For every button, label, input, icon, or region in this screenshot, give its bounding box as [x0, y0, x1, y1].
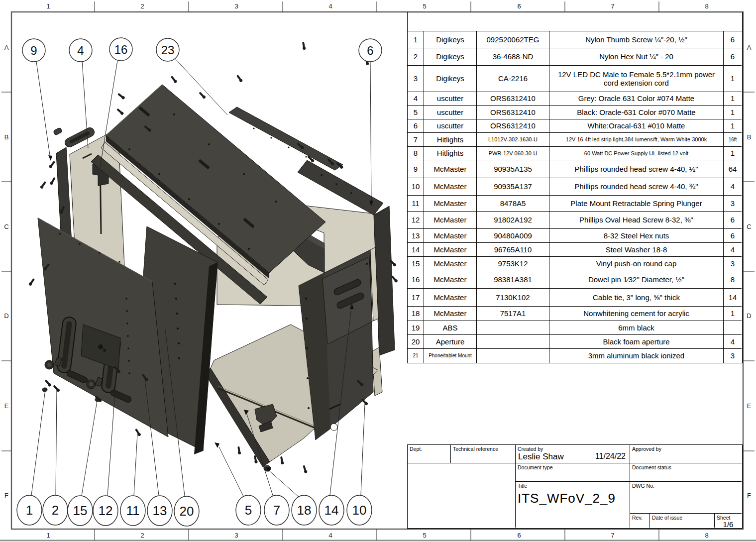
- empty-cell: [408, 463, 516, 528]
- approved-by-cell: Approved by: [630, 445, 742, 463]
- drawing-title: ITS_WFoV_2_9: [516, 490, 630, 507]
- bom-row: 13McMaster90480A0098-32 Steel Hex nuts6: [408, 229, 742, 243]
- bom-cell: Nylon Thumb Screw ¼"-20, ½": [549, 31, 724, 48]
- grid-row-label: A: [747, 44, 752, 51]
- grid-col-label: 1: [46, 532, 50, 539]
- doc-status-cell: Document status: [630, 463, 742, 482]
- grid-col-label: 4: [328, 532, 332, 539]
- bom-row: 21Phone/tablet Mount3mm aluminum black i…: [408, 349, 742, 363]
- drawing-sheet: 1 2 3 4 5 6 7 8 1 2 3 4 5 6 7 8 A B C D …: [0, 0, 756, 542]
- rev-cell: Rev.: [630, 514, 650, 528]
- grid-col-label: 8: [705, 2, 708, 10]
- top-cover-plate: [106, 85, 325, 279]
- grid-col-label: 7: [611, 532, 614, 539]
- bom-row: 4uscutterORS6312410Grey: Oracle 631 Colo…: [408, 92, 742, 106]
- title-cell: Title ITS_WFoV_2_9: [516, 482, 630, 528]
- grid-col-label: 3: [234, 532, 238, 539]
- svg-text:7: 7: [273, 503, 280, 518]
- svg-text:11: 11: [126, 503, 140, 518]
- svg-text:12: 12: [99, 503, 113, 518]
- grid-col-label: 1: [46, 2, 50, 10]
- grid-col-label: 3: [234, 2, 238, 10]
- grid-row-label: F: [4, 492, 8, 499]
- bom-row: 15McMaster9753K12Vinyl push-on round cap…: [408, 257, 742, 271]
- grid-col-label: 5: [423, 2, 426, 10]
- svg-text:13: 13: [153, 503, 167, 518]
- doc-type-cell: Document type: [516, 463, 630, 482]
- sheet-cell: Sheet 1/6: [715, 514, 742, 528]
- bom-row: 3DigikeysCA-221612V LED DC Male to Femal…: [408, 66, 742, 92]
- bom-row: 9McMaster90935A135Phillips rounded head …: [408, 160, 742, 178]
- created-by-value: Leslie Shaw: [518, 452, 564, 462]
- grid-row-label: B: [747, 133, 752, 141]
- grid-row-label: C: [747, 223, 751, 230]
- bom-row: 20ApertureBlack foam aperture4: [408, 335, 742, 349]
- grid-col-label: 2: [140, 532, 144, 539]
- svg-text:6: 6: [367, 44, 373, 57]
- grid-col-label: 8: [705, 532, 708, 539]
- grid-col-label: 6: [517, 2, 521, 10]
- svg-text:10: 10: [352, 503, 367, 518]
- grid-row-label: D: [747, 312, 751, 320]
- bom-cell: 092520062TEG: [477, 31, 549, 48]
- tech-ref-cell: Technical reference: [451, 445, 516, 463]
- created-date-value: 11/24/22: [595, 452, 626, 462]
- svg-text:20: 20: [180, 504, 194, 519]
- bom-row: 11McMaster8478A5Plate Mount Retractable …: [408, 196, 742, 212]
- bom-row: 14McMaster96765A110Steel Washer 18-84: [408, 243, 742, 257]
- grid-row-label: E: [4, 402, 9, 410]
- svg-text:16: 16: [114, 43, 128, 56]
- svg-text:1: 1: [26, 503, 33, 518]
- svg-text:23: 23: [161, 43, 175, 57]
- bom-cell: 6: [724, 31, 742, 48]
- exploded-assembly: 9 4 16 23 6 1 2 15 12 11 13 20 5 7 18 14…: [17, 38, 398, 526]
- bom-cell: 1: [408, 31, 424, 48]
- bom-row: 6uscutterORS6312410White:Oracal-631 #010…: [408, 119, 742, 133]
- date-of-issue-cell: Date of issue: [650, 514, 715, 528]
- dwg-no-cell: DWG No.: [630, 482, 742, 514]
- grid-row-label: E: [747, 402, 752, 410]
- created-by-cell: Created by Leslie Shaw11/24/22: [516, 445, 630, 463]
- grid-row-label: A: [4, 44, 9, 51]
- grid-row-label: F: [747, 492, 751, 499]
- svg-text:5: 5: [245, 503, 252, 518]
- svg-text:2: 2: [52, 503, 59, 518]
- bom-header-space: [408, 12, 742, 31]
- grid-col-label: 7: [611, 2, 614, 10]
- bom-cell: Digikeys: [424, 31, 477, 48]
- edge-notch: [330, 424, 337, 431]
- bom-row: 8HitlightsPWR-12V-060-30-U60 Watt DC Pow…: [408, 147, 742, 160]
- bom-row: 16McMaster98381A381Dowel pin 1⁄32" Diame…: [408, 271, 742, 289]
- bom-row: 7HitlightsL1012V-302-1630-U12V 16.4ft le…: [408, 133, 742, 147]
- grid-col-label: 4: [328, 2, 332, 10]
- svg-text:4: 4: [77, 44, 84, 57]
- grid-row-label: D: [4, 312, 8, 320]
- bom-row: 19ABS6mm black: [408, 321, 742, 335]
- grid-col-label: 5: [423, 532, 426, 539]
- bom-row: 5uscutterORS6312410Black: Oracle-631 Col…: [408, 106, 742, 119]
- svg-text:14: 14: [324, 503, 339, 518]
- bom-row: 17McMaster7130K102Cable tie, 3" long, ⅝"…: [408, 289, 742, 307]
- bom-row: 12McMaster91802A192Phillips Oval Head Sc…: [408, 212, 742, 229]
- bom-row: 1Digikeys092520062TEGNylon Thumb Screw ¼…: [408, 31, 742, 48]
- dept-cell: Dept.: [408, 445, 451, 463]
- bom-row: 10McMaster90935A137Phillips rounded head…: [408, 178, 742, 196]
- bom-row: 18McMaster7517A1Nonwhitening cement for …: [408, 307, 742, 321]
- bom-table: 1Digikeys092520062TEGNylon Thumb Screw ¼…: [407, 12, 743, 363]
- vinyl-cap: [42, 388, 47, 392]
- grid-row-label: C: [4, 223, 8, 230]
- svg-text:15: 15: [73, 503, 88, 518]
- bom-row: 2Digikeys36-4688-NDNylon Hex Nut ¼" - 20…: [408, 48, 742, 66]
- title-block: Dept. Technical reference Created by Les…: [407, 444, 743, 529]
- svg-text:18: 18: [297, 503, 312, 518]
- svg-text:9: 9: [30, 44, 37, 57]
- sheet-number: 1/6: [715, 520, 742, 529]
- grid-col-label: 2: [140, 2, 144, 10]
- grid-row-label: B: [4, 133, 9, 141]
- grid-col-label: 6: [517, 532, 521, 539]
